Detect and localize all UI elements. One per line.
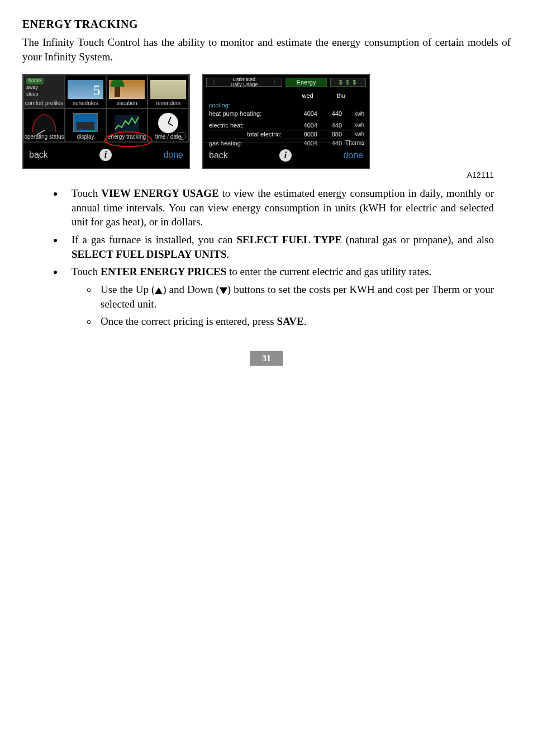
page-number: 31 xyxy=(250,351,283,366)
text: Touch xyxy=(72,266,101,277)
tile-comfort-profiles[interactable]: home away sleep comfort profiles xyxy=(23,75,65,108)
list-item: Once the correct pricing is entered, pre… xyxy=(97,314,494,329)
text: to enter the current electric and gas ut… xyxy=(226,266,431,277)
col-thu: thu xyxy=(337,92,345,100)
back-button[interactable]: back xyxy=(209,149,228,162)
more-down-icon[interactable]: ⌄ xyxy=(176,132,186,140)
mode-home[interactable]: home xyxy=(26,78,44,84)
energy-usage-screenshot: 〈 Estimated Daily Usage 〉 Energy $ $ $ w… xyxy=(202,74,370,169)
gauge-icon xyxy=(32,114,56,132)
cell-unit: kwh xyxy=(342,130,364,138)
info-icon[interactable]: i xyxy=(99,149,112,161)
schedules-icon: 5 xyxy=(68,80,104,99)
document-page: ENERGY TRACKING The Infinity Touch Contr… xyxy=(0,0,533,377)
tile-vacation[interactable]: vacation xyxy=(106,75,147,108)
triangle-down-icon xyxy=(220,287,227,294)
row-heatpump: heat pump heating: 4004 440 kwh xyxy=(209,110,364,118)
tile-label: reminders xyxy=(156,101,180,106)
tile-label: energy tracking xyxy=(108,134,146,140)
triangle-up-icon xyxy=(155,287,163,294)
mode-list: home away sleep xyxy=(26,78,44,97)
figure-code: A12111 xyxy=(22,170,494,181)
list-item: Use the Up () and Down () buttons to set… xyxy=(97,282,494,311)
cell-unit: kwh xyxy=(342,121,364,129)
figures-row: home away sleep comfort profiles 5 sched… xyxy=(22,74,511,169)
tab-cost[interactable]: $ $ $ xyxy=(330,78,366,87)
row-electric: electric heat: 4004 440 kwh xyxy=(209,121,364,130)
page-number-wrap: 31 xyxy=(22,351,511,366)
done-button[interactable]: done xyxy=(163,149,183,161)
tab-label: Estimated Daily Usage xyxy=(231,77,258,87)
section-heading: ENERGY TRACKING xyxy=(22,17,511,32)
cell-wed: 4004 xyxy=(286,121,317,130)
text: Use the Up ( xyxy=(101,284,155,295)
tile-time-date[interactable]: time / date ⌄ xyxy=(147,108,189,142)
table-header: wed thu xyxy=(209,92,364,100)
cell-thu: 440 xyxy=(317,110,342,118)
chart-icon xyxy=(115,115,139,132)
row-label: electric heat: xyxy=(209,121,286,130)
thermostat-menu-screenshot: home away sleep comfort profiles 5 sched… xyxy=(22,74,190,169)
tile-label: operating status xyxy=(24,134,64,140)
row-cooling: cooling: xyxy=(209,101,364,110)
list-item: Touch VIEW ENERGY USAGE to view the esti… xyxy=(64,186,494,229)
text-strong: VIEW ENERGY USAGE xyxy=(101,187,218,199)
cell-thu: 440 xyxy=(317,121,342,130)
text: . xyxy=(304,315,307,327)
text: ) and Down ( xyxy=(163,284,220,295)
text-strong: SELECT FUEL DISPLAY UNITS xyxy=(72,248,227,260)
tile-label: vacation xyxy=(116,101,137,106)
text: If a gas furnace is installed, you can xyxy=(72,234,236,245)
tile-display[interactable]: display xyxy=(65,108,106,142)
instruction-list: Touch VIEW ENERGY USAGE to view the esti… xyxy=(64,186,494,329)
mode-away[interactable]: away xyxy=(26,84,38,90)
vacation-icon xyxy=(109,80,145,99)
chevron-right-icon[interactable]: 〉 xyxy=(273,78,279,87)
instruction-sublist: Use the Up () and Down () buttons to set… xyxy=(97,282,494,329)
mode-sleep[interactable]: sleep xyxy=(26,91,39,97)
text: (natural gas or propane), and also xyxy=(342,234,494,245)
done-button[interactable]: done xyxy=(343,149,363,162)
tile-reminders[interactable]: reminders xyxy=(147,75,189,108)
text-strong: SELECT FUEL TYPE xyxy=(236,234,341,245)
energy-table: wed thu cooling: heat pump heating: 4004… xyxy=(203,92,369,147)
back-button[interactable]: back xyxy=(29,149,48,161)
reminders-icon xyxy=(150,80,187,99)
tile-label: schedules xyxy=(73,101,98,106)
tile-label: comfort profiles xyxy=(25,101,63,106)
tile-energy-tracking[interactable]: energy tracking xyxy=(106,108,147,142)
intro-paragraph: The Infinity Touch Control has the abili… xyxy=(22,35,511,64)
text-strong: ENTER ENERGY PRICES xyxy=(101,266,226,277)
text: Touch xyxy=(72,187,101,199)
row-label: cooling: xyxy=(209,101,286,110)
row-total-electric: total electric: 8008 880 kwh xyxy=(209,130,364,139)
row-label: heat pump heating: xyxy=(209,110,286,118)
text-strong: SAVE xyxy=(277,315,303,327)
col-wed: wed xyxy=(302,92,313,100)
cell-thu: 880 xyxy=(317,130,342,139)
list-item: Touch ENTER ENERGY PRICES to enter the c… xyxy=(64,264,494,329)
schedule-count: 5 xyxy=(93,81,100,99)
tile-operating-status[interactable]: operating status xyxy=(23,108,65,142)
cell-unit: kwh xyxy=(342,110,364,118)
list-item: If a gas furnace is installed, you can S… xyxy=(64,233,494,261)
tab-estimated-usage[interactable]: 〈 Estimated Daily Usage 〉 xyxy=(206,78,282,87)
info-icon[interactable]: i xyxy=(279,149,292,162)
clock-icon xyxy=(158,113,178,133)
tab-energy[interactable]: Energy xyxy=(285,78,327,87)
row-label: total electric: xyxy=(209,130,286,139)
cell-wed: 8008 xyxy=(286,130,317,139)
chevron-left-icon[interactable]: 〈 xyxy=(209,78,216,87)
cell-wed: 4004 xyxy=(286,110,317,118)
tile-schedules[interactable]: 5 schedules xyxy=(65,75,106,108)
text: Once the correct pricing is entered, pre… xyxy=(101,315,277,327)
bottom-bar: back i done xyxy=(203,143,369,168)
tile-label: display xyxy=(77,134,94,140)
energy-top-tabs: 〈 Estimated Daily Usage 〉 Energy $ $ $ xyxy=(203,75,369,89)
text: . xyxy=(227,248,230,260)
bottom-bar: back i done xyxy=(23,142,189,167)
display-icon xyxy=(73,113,98,132)
